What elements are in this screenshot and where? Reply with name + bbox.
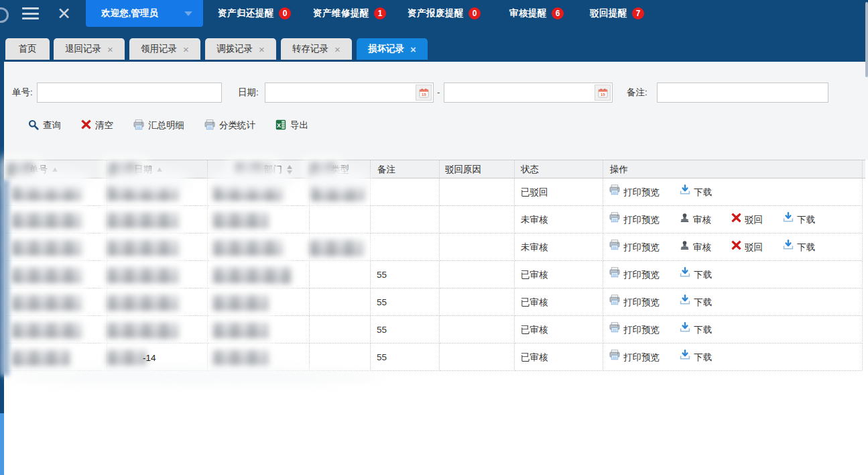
svg-text:15: 15 xyxy=(601,92,605,97)
column-header[interactable]: 备注 xyxy=(371,160,440,178)
close-tab-icon[interactable]: × xyxy=(334,44,340,54)
top-bar: ✕ 欢迎您,管理员 资产归还提醒0资产维修提醒1资产报废提醒0审核提醒6驳回提醒… xyxy=(0,0,868,27)
print-link[interactable]: 打印预览 xyxy=(609,316,660,344)
download-link[interactable]: 下载 xyxy=(680,288,712,316)
table-row: 已驳回打印预览下载 xyxy=(5,178,865,206)
sort-arrows-icon xyxy=(157,168,162,172)
notification-item[interactable]: 驳回提醒7 xyxy=(590,0,644,27)
column-header-label: 类型 xyxy=(331,164,349,174)
tab-调拨记录[interactable]: 调拨记录× xyxy=(205,38,276,60)
close-tab-icon[interactable]: × xyxy=(107,44,113,54)
visible-date-fragment: -14 xyxy=(143,350,156,366)
action-label: 审核 xyxy=(693,233,711,261)
column-header-label: 单号 xyxy=(29,164,48,174)
order-no-input[interactable] xyxy=(37,83,222,103)
date-to-input[interactable] xyxy=(444,83,595,102)
tab-退回记录[interactable]: 退回记录× xyxy=(54,38,125,60)
close-tab-icon[interactable]: × xyxy=(183,44,189,54)
date-from-input[interactable] xyxy=(265,83,416,102)
clear-button[interactable]: 清空 xyxy=(80,117,115,134)
clear-x-icon xyxy=(81,119,91,131)
print-link[interactable]: 打印预览 xyxy=(609,178,660,206)
toolbar-button-label: 查询 xyxy=(43,119,61,131)
remark-label: 备注: xyxy=(627,83,647,103)
table-row: 55已审核打印预览下载 xyxy=(5,316,865,344)
calendar-icon[interactable]: 15 xyxy=(595,85,611,101)
print-link[interactable]: 打印预览 xyxy=(609,233,660,261)
toolbar-button-label: 清空 xyxy=(95,119,113,131)
action-label: 驳回 xyxy=(745,206,763,233)
action-label: 打印预览 xyxy=(623,344,660,371)
export-button[interactable]: X导出 xyxy=(274,117,310,135)
column-header[interactable]: 部门 xyxy=(208,160,310,178)
download-link[interactable]: 下载 xyxy=(680,316,712,344)
notification-item[interactable]: 资产报废提醒0 xyxy=(408,0,481,27)
tab-首页[interactable]: 首页 xyxy=(5,38,50,60)
scrollbar-thumb[interactable] xyxy=(865,2,868,77)
column-header[interactable]: 状态 xyxy=(515,160,603,178)
welcome-dropdown[interactable]: 欢迎您,管理员 xyxy=(86,0,203,27)
calendar-icon[interactable]: 15 xyxy=(416,85,432,101)
column-header-label: 日期 xyxy=(134,164,152,174)
notification-label: 资产报废提醒 xyxy=(408,7,464,19)
download-link[interactable]: 下载 xyxy=(783,233,815,261)
tab-领用记录[interactable]: 领用记录× xyxy=(129,38,200,60)
remark-input[interactable] xyxy=(657,83,828,103)
reject-link[interactable]: 驳回 xyxy=(731,233,763,261)
cell xyxy=(440,206,515,233)
notification-item[interactable]: 资产归还提醒0 xyxy=(218,0,291,27)
column-header-label: 状态 xyxy=(521,164,539,174)
print-link[interactable]: 打印预览 xyxy=(609,206,660,233)
column-header[interactable]: 单号 xyxy=(5,160,107,178)
print-link[interactable]: 打印预览 xyxy=(609,288,660,316)
tab-损坏记录[interactable]: 损坏记录× xyxy=(357,38,428,60)
cell xyxy=(107,344,208,371)
sort-asc-icon xyxy=(287,165,292,169)
order-no-label: 单号: xyxy=(12,83,33,103)
welcome-label: 欢迎您,管理员 xyxy=(101,8,158,18)
column-header[interactable]: 驳回原因 xyxy=(440,160,515,178)
download-icon xyxy=(783,233,794,261)
download-icon xyxy=(680,178,690,206)
download-link[interactable]: 下载 xyxy=(680,261,712,288)
notification-item[interactable]: 审核提醒6 xyxy=(509,0,564,27)
printer-icon xyxy=(609,316,620,344)
cell: 55 xyxy=(371,261,440,288)
cell: 已审核 xyxy=(515,261,603,288)
audit-link[interactable]: 审核 xyxy=(680,206,711,233)
remark-value: 55 xyxy=(377,352,387,362)
audit-link[interactable]: 审核 xyxy=(680,233,711,261)
reject-x-icon xyxy=(731,206,741,233)
action-label: 下载 xyxy=(797,206,815,233)
cell xyxy=(208,344,310,371)
column-header[interactable]: 操作 xyxy=(603,160,863,178)
status-badge: 已驳回 xyxy=(521,187,548,197)
cell xyxy=(440,178,515,206)
category-stats-button[interactable]: 分类统计 xyxy=(203,117,257,135)
close-all-icon[interactable]: ✕ xyxy=(57,3,71,23)
download-link[interactable]: 下载 xyxy=(783,206,815,233)
download-icon xyxy=(680,261,690,288)
action-label: 打印预览 xyxy=(623,206,660,233)
cell xyxy=(5,288,107,316)
close-tab-icon[interactable]: × xyxy=(410,44,416,54)
reject-link[interactable]: 驳回 xyxy=(731,206,763,233)
column-header[interactable]: 类型 xyxy=(310,160,371,178)
close-tab-icon[interactable]: × xyxy=(259,44,265,54)
date-to-field: 15 xyxy=(444,83,613,103)
download-link[interactable]: 下载 xyxy=(680,178,712,206)
menu-icon[interactable] xyxy=(22,7,39,19)
print-link[interactable]: 打印预览 xyxy=(609,261,660,288)
download-link[interactable]: 下载 xyxy=(680,344,712,371)
logo-icon xyxy=(0,7,9,23)
query-button[interactable]: 查询 xyxy=(27,117,62,135)
remark-value: 55 xyxy=(377,297,387,307)
remark-value: 55 xyxy=(377,270,387,280)
cell xyxy=(5,344,107,371)
printer-icon xyxy=(609,344,620,371)
notification-item[interactable]: 资产维修提醒1 xyxy=(313,0,386,27)
tab-转存记录[interactable]: 转存记录× xyxy=(281,38,352,60)
summary-detail-button[interactable]: 汇总明细 xyxy=(132,117,186,135)
column-header[interactable]: 日期 xyxy=(107,160,208,178)
print-link[interactable]: 打印预览 xyxy=(609,344,660,371)
